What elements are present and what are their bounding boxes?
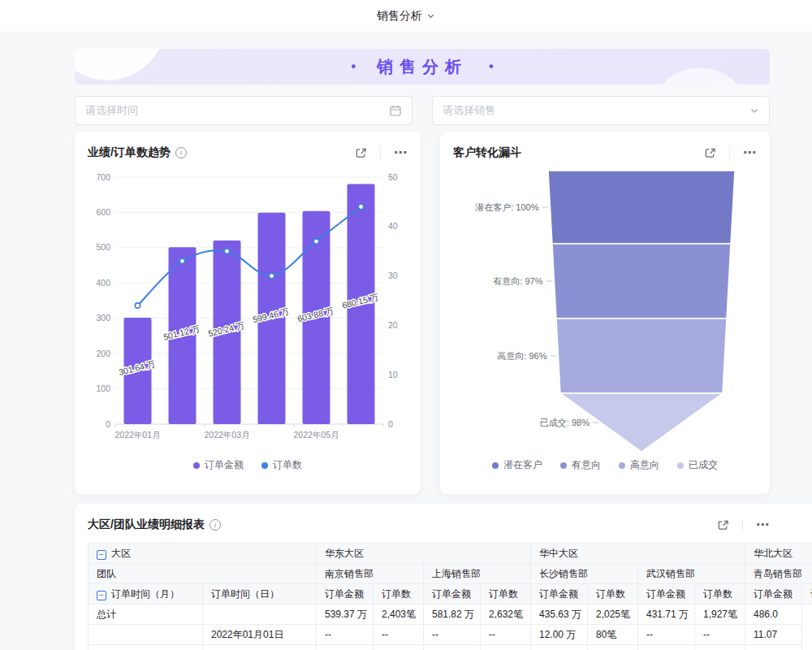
value-cell: 435.63 万 [531,604,588,625]
amount-column-header: 订单金额 [638,584,695,604]
sales-filter-select[interactable]: 请选择销售 [432,96,770,125]
collapse-icon[interactable]: − [97,550,106,560]
svg-text:20: 20 [388,320,398,330]
legend-item[interactable]: 订单数 [261,458,302,472]
line-point[interactable] [135,303,140,308]
export-icon[interactable] [355,147,367,159]
value-cell: 486.0 [745,604,802,625]
value-cell: -- [695,625,745,645]
amount-column-header: 订单金额 [424,584,481,604]
report-card: 大区/团队业绩明细报表 i ⋯ −大区华东大区华中大区华北大区团队南京销售部上海… [75,504,812,650]
line-point[interactable] [224,249,229,254]
funnel-stage-有意向[interactable] [552,244,731,318]
line-point[interactable] [358,204,363,209]
charts-row: 业绩/订单数趋势 i ⋯ 010020030040050060070001020… [75,132,770,494]
more-icon[interactable]: ⋯ [756,519,770,531]
svg-text:潜在客户: 100%: 潜在客户: 100% [475,202,538,212]
line-point[interactable] [179,258,184,263]
time-filter-input[interactable]: 请选择时间 [75,96,412,125]
page-title-dropdown[interactable]: 销售分析 [377,9,435,24]
chevron-down-icon [426,11,435,20]
month-cell: 总计 [89,604,203,625]
table-row: 2022年01月01日--------12.00 万80笔----11.07 [89,625,812,645]
trend-card: 业绩/订单数趋势 i ⋯ 010020030040050060070001020… [75,132,421,494]
value-cell: 80笔 [588,625,638,645]
report-table-wrap[interactable]: −大区华东大区华中大区华北大区团队南京销售部上海销售部长沙销售部武汉销售部青岛销… [88,543,812,650]
banner-title: 销售分析 [377,56,468,78]
legend-dot [619,462,625,469]
value-cell: 581.82 万 [424,604,481,625]
collapse-icon[interactable]: − [97,591,106,600]
value-cell: 2,025笔 [588,604,638,625]
value-cell: 22.05 万 [531,645,588,650]
value-cell: 11.0 [745,645,802,650]
more-icon[interactable]: ⋯ [394,147,408,158]
funnel-chart: 潜在客户: 100%有意向: 97%高意向: 96%已成交: 98% [453,167,757,457]
export-icon[interactable] [717,519,729,531]
value-cell: -- [374,645,424,650]
count-column-header: 订单数 [374,584,424,604]
legend-label: 订单金额 [205,458,244,472]
value-cell: -- [374,625,424,645]
legend-item[interactable]: 订单金额 [193,458,244,472]
legend-item[interactable]: 有意向 [560,458,601,472]
value-cell: -- [424,625,481,645]
value-cell: 539.37 万 [317,604,374,625]
legend-item[interactable]: 高意向 [619,458,659,472]
trend-legend: 订单金额订单数 [88,458,408,472]
value-cell: 11.07 [745,625,802,645]
dashboard-content: • 销售分析 • 请选择时间 请选择销售 业绩/订单数趋势 i [75,32,770,650]
funnel-card-header: 客户转化漏斗 ⋯ [453,143,757,162]
amount-column-header: 订单金额 [531,584,588,604]
page-title: 销售分析 [377,9,422,24]
month-column-header: −订单时间（月） [89,584,203,604]
legend-label: 潜在客户 [503,458,542,472]
svg-text:有意向: 97%: 有意向: 97% [493,276,542,286]
info-icon[interactable]: i [209,519,221,531]
table-row: 2022年01月02日--------22.05 万90笔----11.0 [89,645,812,650]
legend-item[interactable]: 已成交 [677,458,718,472]
legend-dot [492,462,499,469]
svg-text:200: 200 [96,349,110,358]
legend-label: 已成交 [689,458,718,472]
topbar: 销售分析 [0,0,812,32]
region-header: 华北大区 [745,544,812,564]
count-column-header: 订单数 [588,584,638,604]
line-point[interactable] [313,239,318,244]
trend-card-title: 业绩/订单数趋势 [88,145,171,160]
month-cell [89,645,203,650]
value-cell: 1,927笔 [695,604,745,625]
svg-text:2022年03月: 2022年03月 [204,430,249,440]
svg-text:30: 30 [388,271,398,280]
table-row: 总计539.37 万2,403笔581.82 万2,632笔435.63 万2,… [89,604,812,625]
value-cell: -- [317,625,374,645]
team-header: 青岛销售部 [745,564,812,584]
team-header: 长沙销售部 [531,564,638,584]
info-icon[interactable]: i [175,147,187,158]
svg-text:10: 10 [388,370,398,379]
value-cell: -- [317,645,374,650]
legend-item[interactable]: 潜在客户 [492,458,542,472]
svg-text:0: 0 [388,419,393,429]
count-column-header: 订单数 [802,584,812,604]
legend-dot [560,462,567,469]
svg-text:300: 300 [96,313,110,323]
export-icon[interactable] [704,147,716,159]
more-icon[interactable]: ⋯ [743,147,757,158]
month-cell [89,625,203,645]
day-cell [203,604,317,625]
report-table: −大区华东大区华中大区华北大区团队南京销售部上海销售部长沙销售部武汉销售部青岛销… [88,543,812,650]
trend-card-header: 业绩/订单数趋势 i ⋯ [88,143,408,162]
report-card-header: 大区/团队业绩明细报表 i ⋯ [88,515,812,535]
value-cell: -- [424,645,481,650]
legend-dot [193,462,200,469]
funnel-stage-高意向[interactable] [556,318,727,393]
line-point[interactable] [269,273,274,278]
funnel-stage-潜在客户[interactable] [548,171,735,244]
legend-dot [677,462,684,469]
value-cell: 2,403笔 [374,604,424,625]
funnel-card: 客户转化漏斗 ⋯ 潜在客户: 100%有意向: 97%高意向: 96%已成交: … [440,132,770,494]
value-cell: 431.71 万 [638,604,695,625]
count-column-header: 订单数 [481,584,531,604]
svg-text:600: 600 [96,207,110,217]
